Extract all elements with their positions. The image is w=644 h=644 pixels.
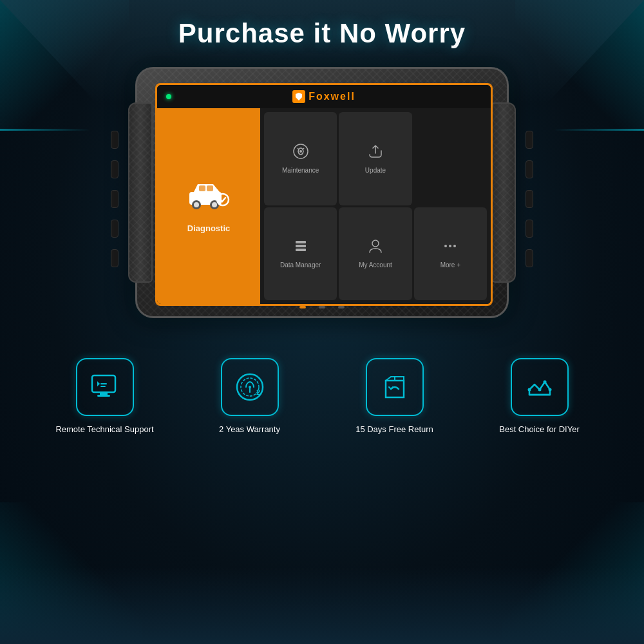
screen-content: Diagnostic bbox=[157, 108, 491, 304]
menu-item-maintenance[interactable]: Maintenance bbox=[264, 112, 337, 205]
status-dot bbox=[338, 306, 345, 308]
menu-item-more[interactable]: More + bbox=[414, 207, 487, 301]
account-icon bbox=[367, 238, 384, 258]
return-label: 15 Days Free Return bbox=[355, 424, 433, 435]
device-screen: Foxwell bbox=[157, 85, 491, 304]
grip-bump bbox=[526, 249, 533, 267]
crown-icon bbox=[523, 370, 556, 404]
return-icon bbox=[378, 370, 412, 404]
maintenance-label: Maintenance bbox=[282, 167, 319, 175]
svg-point-32 bbox=[527, 388, 531, 392]
remote-support-icon-box bbox=[76, 358, 134, 416]
grip-bump bbox=[111, 249, 118, 267]
device-body: Foxwell bbox=[135, 67, 509, 318]
grip-bump bbox=[111, 160, 118, 178]
device-image: Foxwell bbox=[116, 61, 528, 337]
svg-point-18 bbox=[453, 245, 456, 247]
feature-return: 15 Days Free Return bbox=[337, 358, 453, 435]
return-icon-box bbox=[366, 358, 424, 416]
grip-bump bbox=[111, 131, 118, 149]
feature-remote-support: Remote Technical Support bbox=[47, 358, 163, 435]
brand-name: Foxwell bbox=[308, 91, 355, 102]
grip-bump bbox=[526, 220, 533, 238]
svg-line-10 bbox=[303, 148, 304, 149]
svg-point-33 bbox=[538, 388, 541, 392]
more-icon bbox=[442, 238, 459, 258]
best-choice-label: Best Choice for DIYer bbox=[499, 424, 580, 435]
svg-point-35 bbox=[548, 388, 551, 392]
svg-point-27 bbox=[249, 386, 251, 388]
menu-item-data-manager[interactable]: Data Manager bbox=[264, 207, 337, 301]
svg-rect-13 bbox=[296, 245, 306, 247]
diagnostic-icon bbox=[186, 179, 231, 217]
grip-texture bbox=[129, 104, 151, 281]
svg-text:2: 2 bbox=[256, 388, 260, 396]
grip-bumps-left bbox=[111, 131, 118, 267]
grip-bump bbox=[111, 190, 118, 208]
screen-header: Foxwell bbox=[157, 85, 491, 108]
maintenance-icon bbox=[292, 143, 309, 164]
svg-point-11 bbox=[299, 150, 302, 153]
svg-point-16 bbox=[444, 245, 447, 247]
main-content: Purchase it No Worry bbox=[0, 0, 644, 644]
menu-panel: Maintenance Update bbox=[260, 108, 491, 304]
features-section: Remote Technical Support 2 2 Yeas Warran… bbox=[32, 358, 612, 435]
feature-best-choice: Best Choice for DIYer bbox=[482, 358, 598, 435]
grip-bump bbox=[111, 220, 118, 238]
grip-bump bbox=[526, 160, 533, 178]
page-title: Purchase it No Worry bbox=[178, 18, 466, 49]
remote-support-label: Remote Technical Support bbox=[55, 424, 153, 435]
status-dot bbox=[299, 306, 306, 308]
svg-rect-2 bbox=[207, 185, 213, 191]
status-dot bbox=[319, 306, 325, 308]
brand-logo: Foxwell bbox=[292, 90, 355, 103]
menu-item-account[interactable]: My Account bbox=[339, 207, 412, 301]
grip-bump bbox=[526, 131, 533, 149]
side-grip-right bbox=[491, 102, 516, 283]
feature-warranty: 2 2 Yeas Warranty bbox=[192, 358, 308, 435]
menu-item-update[interactable]: Update bbox=[339, 112, 412, 205]
svg-point-34 bbox=[543, 381, 546, 384]
svg-rect-12 bbox=[296, 241, 306, 243]
device-status bbox=[299, 306, 345, 308]
diagnostic-label: Diagnostic bbox=[187, 223, 230, 233]
warranty-icon: 2 bbox=[233, 370, 267, 404]
account-label: My Account bbox=[359, 261, 392, 269]
svg-rect-14 bbox=[296, 249, 306, 251]
grip-bumps-right bbox=[526, 131, 533, 267]
remote-support-icon bbox=[88, 370, 122, 404]
diagnostic-panel: Diagnostic bbox=[157, 108, 260, 304]
more-label: More + bbox=[440, 261, 460, 269]
svg-point-15 bbox=[372, 240, 379, 247]
side-grip-left bbox=[128, 102, 153, 283]
svg-rect-1 bbox=[199, 185, 205, 191]
best-choice-icon-box bbox=[511, 358, 569, 416]
data-manager-icon bbox=[292, 238, 309, 258]
svg-point-4 bbox=[194, 202, 199, 207]
svg-point-17 bbox=[449, 245, 451, 247]
warranty-icon-box: 2 bbox=[221, 358, 279, 416]
update-label: Update bbox=[365, 167, 386, 175]
svg-point-6 bbox=[212, 202, 217, 207]
logo-icon bbox=[292, 90, 305, 103]
svg-line-9 bbox=[298, 148, 299, 149]
data-manager-label: Data Manager bbox=[280, 261, 321, 269]
update-icon bbox=[367, 143, 384, 164]
warranty-label: 2 Yeas Warranty bbox=[219, 424, 280, 435]
menu-item-empty bbox=[414, 112, 487, 205]
svg-rect-20 bbox=[100, 392, 108, 395]
grip-bump bbox=[526, 190, 533, 208]
screen-led bbox=[166, 94, 171, 99]
screen-border: Foxwell bbox=[155, 83, 493, 306]
grip-texture bbox=[493, 104, 515, 281]
svg-rect-21 bbox=[97, 395, 110, 397]
